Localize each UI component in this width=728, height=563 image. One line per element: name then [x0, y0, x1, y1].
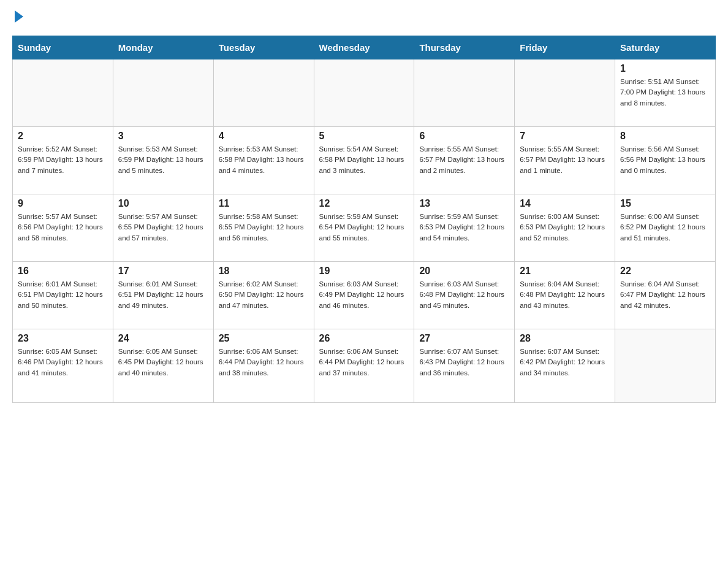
- day-info: Sunrise: 5:57 AM Sunset: 6:56 PM Dayligh…: [18, 212, 108, 243]
- calendar-cell: 10Sunrise: 5:57 AM Sunset: 6:55 PM Dayli…: [113, 194, 213, 262]
- day-info: Sunrise: 5:51 AM Sunset: 7:00 PM Dayligh…: [620, 77, 710, 109]
- day-info: Sunrise: 6:04 AM Sunset: 6:48 PM Dayligh…: [520, 279, 610, 311]
- day-number: 4: [219, 131, 309, 142]
- calendar-cell: [515, 59, 615, 127]
- day-info: Sunrise: 5:59 AM Sunset: 6:54 PM Dayligh…: [319, 212, 409, 243]
- day-info: Sunrise: 6:03 AM Sunset: 6:49 PM Dayligh…: [319, 279, 409, 311]
- calendar-cell: 16Sunrise: 6:01 AM Sunset: 6:51 PM Dayli…: [13, 262, 113, 329]
- calendar-cell: 18Sunrise: 6:02 AM Sunset: 6:50 PM Dayli…: [213, 262, 314, 329]
- calendar-cell: 20Sunrise: 6:03 AM Sunset: 6:48 PM Dayli…: [414, 262, 515, 329]
- calendar-cell: 8Sunrise: 5:56 AM Sunset: 6:56 PM Daylig…: [615, 127, 716, 194]
- day-info: Sunrise: 5:59 AM Sunset: 6:53 PM Dayligh…: [419, 212, 509, 243]
- calendar-cell: 23Sunrise: 6:05 AM Sunset: 6:46 PM Dayli…: [13, 329, 113, 403]
- day-info: Sunrise: 6:01 AM Sunset: 6:51 PM Dayligh…: [118, 279, 208, 311]
- day-number: 22: [620, 266, 710, 277]
- day-info: Sunrise: 6:02 AM Sunset: 6:50 PM Dayligh…: [219, 279, 309, 311]
- day-number: 19: [319, 266, 409, 277]
- day-info: Sunrise: 5:56 AM Sunset: 6:56 PM Dayligh…: [620, 144, 710, 176]
- logo-arrow-icon: [15, 10, 23, 23]
- weekday-header-tuesday: Tuesday: [213, 36, 314, 59]
- weekday-header-friday: Friday: [515, 36, 615, 59]
- calendar-cell: 15Sunrise: 6:00 AM Sunset: 6:52 PM Dayli…: [615, 194, 716, 262]
- calendar-cell: [414, 59, 515, 127]
- calendar-cell: [314, 59, 414, 127]
- weekday-header-sunday: Sunday: [13, 36, 113, 59]
- day-info: Sunrise: 5:55 AM Sunset: 6:57 PM Dayligh…: [419, 144, 509, 176]
- day-number: 12: [319, 198, 409, 209]
- day-info: Sunrise: 5:55 AM Sunset: 6:57 PM Dayligh…: [520, 144, 610, 176]
- week-row-1: 1Sunrise: 5:51 AM Sunset: 7:00 PM Daylig…: [13, 59, 716, 127]
- day-number: 7: [520, 131, 610, 142]
- calendar-cell: 4Sunrise: 5:53 AM Sunset: 6:58 PM Daylig…: [213, 127, 314, 194]
- day-info: Sunrise: 6:00 AM Sunset: 6:52 PM Dayligh…: [620, 212, 710, 243]
- calendar-table: SundayMondayTuesdayWednesdayThursdayFrid…: [12, 36, 716, 403]
- calendar-cell: 19Sunrise: 6:03 AM Sunset: 6:49 PM Dayli…: [314, 262, 414, 329]
- day-info: Sunrise: 6:01 AM Sunset: 6:51 PM Dayligh…: [18, 279, 108, 311]
- week-row-3: 9Sunrise: 5:57 AM Sunset: 6:56 PM Daylig…: [13, 194, 716, 262]
- calendar-cell: [113, 59, 213, 127]
- day-number: 13: [419, 198, 509, 209]
- day-number: 20: [419, 266, 509, 277]
- day-info: Sunrise: 6:04 AM Sunset: 6:47 PM Dayligh…: [620, 279, 710, 311]
- day-info: Sunrise: 5:57 AM Sunset: 6:55 PM Dayligh…: [118, 212, 208, 243]
- page-header: [12, 12, 716, 23]
- calendar-cell: 24Sunrise: 6:05 AM Sunset: 6:45 PM Dayli…: [113, 329, 213, 403]
- day-info: Sunrise: 5:54 AM Sunset: 6:58 PM Dayligh…: [319, 144, 409, 176]
- day-number: 14: [520, 198, 610, 209]
- day-info: Sunrise: 5:53 AM Sunset: 6:58 PM Dayligh…: [219, 144, 309, 176]
- day-info: Sunrise: 5:58 AM Sunset: 6:55 PM Dayligh…: [219, 212, 309, 243]
- day-number: 15: [620, 198, 710, 209]
- day-number: 28: [520, 333, 610, 344]
- day-number: 23: [18, 333, 108, 344]
- calendar-cell: 17Sunrise: 6:01 AM Sunset: 6:51 PM Dayli…: [113, 262, 213, 329]
- calendar-cell: 2Sunrise: 5:52 AM Sunset: 6:59 PM Daylig…: [13, 127, 113, 194]
- day-info: Sunrise: 6:06 AM Sunset: 6:44 PM Dayligh…: [319, 347, 409, 378]
- calendar-cell: 9Sunrise: 5:57 AM Sunset: 6:56 PM Daylig…: [13, 194, 113, 262]
- day-info: Sunrise: 6:06 AM Sunset: 6:44 PM Dayligh…: [219, 347, 309, 378]
- day-number: 11: [219, 198, 309, 209]
- day-info: Sunrise: 5:52 AM Sunset: 6:59 PM Dayligh…: [18, 144, 108, 176]
- calendar-cell: 22Sunrise: 6:04 AM Sunset: 6:47 PM Dayli…: [615, 262, 716, 329]
- calendar-cell: 6Sunrise: 5:55 AM Sunset: 6:57 PM Daylig…: [414, 127, 515, 194]
- week-row-5: 23Sunrise: 6:05 AM Sunset: 6:46 PM Dayli…: [13, 329, 716, 403]
- day-info: Sunrise: 6:00 AM Sunset: 6:53 PM Dayligh…: [520, 212, 610, 243]
- day-number: 9: [18, 198, 108, 209]
- calendar-cell: 3Sunrise: 5:53 AM Sunset: 6:59 PM Daylig…: [113, 127, 213, 194]
- day-number: 8: [620, 131, 710, 142]
- logo: [12, 12, 29, 23]
- weekday-header-saturday: Saturday: [615, 36, 716, 59]
- day-number: 6: [419, 131, 509, 142]
- day-number: 27: [419, 333, 509, 344]
- calendar-cell: 26Sunrise: 6:06 AM Sunset: 6:44 PM Dayli…: [314, 329, 414, 403]
- calendar-cell: 27Sunrise: 6:07 AM Sunset: 6:43 PM Dayli…: [414, 329, 515, 403]
- day-number: 2: [18, 131, 108, 142]
- day-number: 24: [118, 333, 208, 344]
- calendar-cell: 28Sunrise: 6:07 AM Sunset: 6:42 PM Dayli…: [515, 329, 615, 403]
- day-number: 3: [118, 131, 208, 142]
- day-number: 26: [319, 333, 409, 344]
- day-number: 18: [219, 266, 309, 277]
- day-number: 1: [620, 63, 710, 74]
- day-info: Sunrise: 6:07 AM Sunset: 6:42 PM Dayligh…: [520, 347, 610, 378]
- day-number: 25: [219, 333, 309, 344]
- calendar-cell: 7Sunrise: 5:55 AM Sunset: 6:57 PM Daylig…: [515, 127, 615, 194]
- calendar-cell: [213, 59, 314, 127]
- day-number: 10: [118, 198, 208, 209]
- week-row-2: 2Sunrise: 5:52 AM Sunset: 6:59 PM Daylig…: [13, 127, 716, 194]
- calendar-cell: 25Sunrise: 6:06 AM Sunset: 6:44 PM Dayli…: [213, 329, 314, 403]
- weekday-header-monday: Monday: [113, 36, 213, 59]
- day-info: Sunrise: 5:53 AM Sunset: 6:59 PM Dayligh…: [118, 144, 208, 176]
- day-info: Sunrise: 6:03 AM Sunset: 6:48 PM Dayligh…: [419, 279, 509, 311]
- calendar-cell: [615, 329, 716, 403]
- day-number: 17: [118, 266, 208, 277]
- weekday-header-wednesday: Wednesday: [314, 36, 414, 59]
- calendar-cell: 1Sunrise: 5:51 AM Sunset: 7:00 PM Daylig…: [615, 59, 716, 127]
- calendar-cell: 14Sunrise: 6:00 AM Sunset: 6:53 PM Dayli…: [515, 194, 615, 262]
- day-info: Sunrise: 6:05 AM Sunset: 6:46 PM Dayligh…: [18, 347, 108, 378]
- calendar-cell: 5Sunrise: 5:54 AM Sunset: 6:58 PM Daylig…: [314, 127, 414, 194]
- calendar-cell: 12Sunrise: 5:59 AM Sunset: 6:54 PM Dayli…: [314, 194, 414, 262]
- week-row-4: 16Sunrise: 6:01 AM Sunset: 6:51 PM Dayli…: [13, 262, 716, 329]
- calendar-cell: [13, 59, 113, 127]
- calendar-cell: 21Sunrise: 6:04 AM Sunset: 6:48 PM Dayli…: [515, 262, 615, 329]
- day-number: 21: [520, 266, 610, 277]
